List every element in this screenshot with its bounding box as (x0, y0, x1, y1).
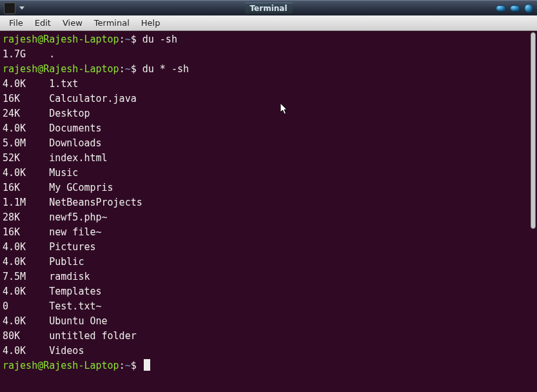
terminal-line: 7.5M ramdisk (3, 270, 534, 284)
du-size: 4.0K (3, 78, 49, 90)
prompt-path: ~ (125, 360, 131, 371)
window-controls (496, 4, 533, 13)
du-size: 4.0K (3, 256, 49, 268)
prompt-path: ~ (125, 63, 131, 75)
menu-terminal[interactable]: Terminal (89, 17, 135, 29)
terminal-line: 4.0K Videos (3, 344, 534, 358)
du-size: 4.0K (3, 241, 49, 253)
terminal-line: 52K index.html (3, 151, 534, 166)
command-text: du * -sh (142, 63, 189, 75)
prompt-user-host: rajesh@Rajesh-Laptop (3, 63, 119, 75)
du-name: Pictures (49, 241, 95, 253)
du-size: 4.0K (3, 167, 49, 179)
du-name: NetBeansProjects (49, 197, 142, 208)
prompt-user-host: rajesh@Rajesh-Laptop (3, 34, 119, 45)
du-name: Public (49, 256, 84, 268)
maximize-button[interactable] (510, 5, 520, 12)
du-size: 4.0K (3, 122, 49, 134)
minimize-button[interactable] (496, 5, 506, 12)
terminal-line: 4.0K Templates (3, 284, 534, 299)
terminal-window: Terminal File Edit View Terminal Help ra… (0, 0, 537, 392)
close-button[interactable] (524, 4, 533, 13)
scrollbar[interactable] (529, 32, 536, 389)
titlebar-left (0, 3, 24, 14)
du-size: 16K (3, 226, 49, 238)
du-size: 4.0K (3, 315, 49, 327)
terminal-line: 4.0K Public (3, 255, 534, 270)
du-name: Music (49, 167, 78, 179)
du-size: 16K (3, 182, 49, 193)
du-name: Downloads (49, 137, 101, 149)
prompt-dollar: $ (131, 34, 142, 45)
du-name: new file~ (49, 226, 101, 238)
du-name: Documents (49, 122, 101, 134)
prompt-sep: : (119, 34, 125, 45)
du-name: untitled folder (49, 330, 136, 342)
du-size: 80K (3, 330, 49, 342)
du-size: 24K (3, 108, 49, 119)
terminal-line: 16K Calculator.java (3, 92, 534, 106)
terminal-line: 4.0K Documents (3, 121, 534, 136)
scrollbar-thumb[interactable] (531, 32, 536, 229)
du-size: 1.7G (3, 48, 49, 60)
du-name: 1.txt (49, 78, 78, 90)
du-name: Templates (49, 286, 101, 297)
menu-help[interactable]: Help (136, 17, 166, 29)
du-name: Calculator.java (49, 93, 136, 104)
du-size: 7.5M (3, 271, 49, 282)
command-text: du -sh (142, 34, 177, 45)
du-name: newf5.php~ (49, 211, 107, 223)
du-name: Test.txt~ (49, 300, 101, 312)
menu-view[interactable]: View (57, 17, 88, 29)
du-name: . (49, 48, 55, 60)
titlebar[interactable]: Terminal (0, 0, 537, 15)
prompt-user-host: rajesh@Rajesh-Laptop (3, 360, 119, 371)
terminal-line: 4.0K Pictures (3, 240, 534, 255)
terminal-content[interactable]: rajesh@Rajesh-Laptop:~$ du -sh1.7G .raje… (0, 31, 537, 392)
du-name: ramdisk (49, 271, 90, 282)
prompt-dollar: $ (131, 360, 142, 371)
window-menu-dropdown-icon[interactable] (19, 6, 24, 10)
terminal-cursor (144, 359, 150, 371)
window-icon[interactable] (4, 3, 15, 14)
menubar: File Edit View Terminal Help (0, 15, 537, 31)
terminal-line: rajesh@Rajesh-Laptop:~$ du -sh (3, 32, 534, 47)
du-name: Ubuntu One (49, 315, 107, 327)
du-size: 52K (3, 152, 49, 164)
terminal-line: 4.0K Ubuntu One (3, 314, 534, 329)
terminal-line: 28K newf5.php~ (3, 210, 534, 225)
terminal-line: 4.0K 1.txt (3, 77, 534, 92)
du-name: My GCompris (49, 182, 113, 193)
du-size: 4.0K (3, 286, 49, 297)
du-size: 4.0K (3, 345, 49, 357)
terminal-line: 1.7G . (3, 47, 534, 62)
terminal-line: 24K Desktop (3, 106, 534, 121)
terminal-line: 4.0K Music (3, 166, 534, 181)
terminal-line: 5.0M Downloads (3, 136, 534, 151)
terminal-line: 16K My GCompris (3, 181, 534, 195)
menu-file[interactable]: File (4, 17, 28, 29)
terminal-line: 16K new file~ (3, 225, 534, 240)
du-size: 5.0M (3, 137, 49, 149)
prompt-path: ~ (125, 34, 131, 45)
du-size: 28K (3, 211, 49, 223)
terminal-line: 80K untitled folder (3, 329, 534, 344)
menu-edit[interactable]: Edit (30, 17, 56, 29)
du-size: 0 (3, 300, 49, 312)
du-size: 1.1M (3, 197, 49, 208)
prompt-sep: : (119, 360, 125, 371)
du-size: 16K (3, 93, 49, 104)
terminal-line: rajesh@Rajesh-Laptop:~$ du * -sh (3, 62, 534, 77)
window-title: Terminal (244, 3, 292, 14)
du-name: Desktop (49, 108, 90, 119)
du-name: index.html (49, 152, 107, 164)
prompt-sep: : (119, 63, 125, 75)
prompt-dollar: $ (131, 63, 142, 75)
du-name: Videos (49, 345, 84, 357)
terminal-line: 1.1M NetBeansProjects (3, 195, 534, 210)
terminal-line: 0 Test.txt~ (3, 299, 534, 314)
scrollbar-track[interactable] (529, 32, 536, 389)
terminal-line: rajesh@Rajesh-Laptop:~$ (3, 358, 534, 373)
